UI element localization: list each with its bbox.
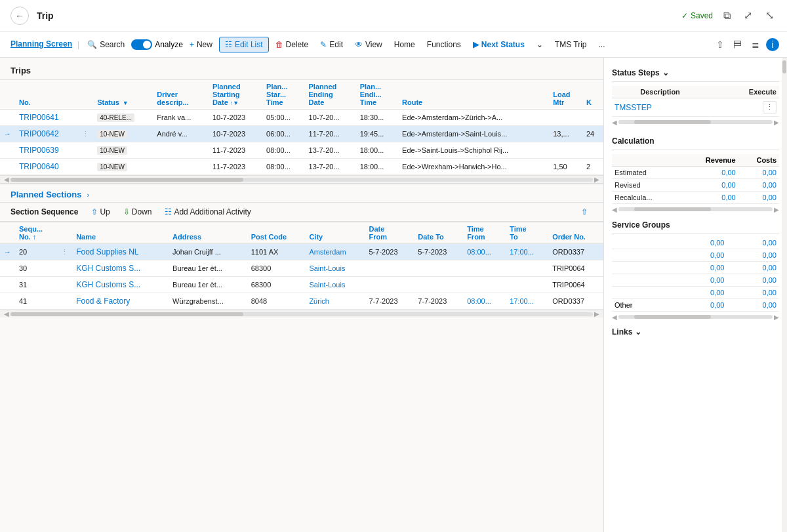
ps-dots-cell[interactable]: ⋮ bbox=[57, 244, 72, 260]
ps-name-link[interactable]: Food & Factory bbox=[76, 297, 130, 306]
back-button[interactable]: ← bbox=[10, 7, 29, 25]
trip-no-link[interactable]: TRIP00639 bbox=[19, 146, 59, 155]
columns-button[interactable]: ≣ bbox=[749, 37, 762, 52]
dots-cell[interactable]: ⋮ bbox=[78, 126, 93, 142]
calc-scroll-left[interactable]: ◀ bbox=[612, 206, 617, 213]
ss-scroll-right[interactable]: ▶ bbox=[774, 119, 779, 126]
bookmark-button[interactable]: ⧉ bbox=[721, 7, 733, 24]
ps-col-name[interactable]: Name bbox=[72, 222, 169, 244]
ps-name-cell[interactable]: KGH Customs S... bbox=[72, 277, 169, 293]
calc-scroll-track[interactable] bbox=[618, 207, 773, 211]
minimize-button[interactable]: ⤡ bbox=[763, 7, 777, 24]
home-button[interactable]: Home bbox=[389, 37, 420, 52]
edit-list-button[interactable]: ☷ Edit List bbox=[219, 37, 269, 52]
trips-scroll-track[interactable] bbox=[10, 178, 593, 182]
tms-trip-button[interactable]: TMS Trip bbox=[550, 37, 592, 52]
col-load[interactable]: LoadMtr bbox=[549, 80, 582, 110]
more-button[interactable]: ... bbox=[594, 37, 611, 52]
trip-no-cell[interactable]: TRIP00641 bbox=[15, 110, 78, 126]
view-button[interactable]: 👁 View bbox=[350, 37, 388, 52]
info-button[interactable]: i bbox=[766, 38, 779, 51]
trip-no-cell[interactable]: TRIP00642 bbox=[15, 126, 78, 142]
status-step-row[interactable]: TMSSTEP ⋮ bbox=[612, 98, 779, 117]
dots-cell[interactable] bbox=[78, 142, 93, 159]
trips-table-row[interactable]: TRIP00639 10-NEW 11-7-2023 08:00... 13-7… bbox=[0, 142, 603, 159]
ps-scroll-track[interactable] bbox=[10, 312, 593, 316]
planned-section-row[interactable]: 41 Food & Factory Würzgrabenst... 8048 Z… bbox=[0, 293, 603, 310]
col-driver[interactable]: Driverdescrip... bbox=[153, 80, 209, 110]
col-status[interactable]: Status ▼ bbox=[93, 80, 153, 110]
ps-col-city[interactable]: City bbox=[305, 222, 365, 244]
planned-sections-scroll-bar[interactable]: ◀ ▶ bbox=[0, 310, 603, 317]
analyze-toggle[interactable]: Analyze bbox=[131, 39, 183, 50]
ps-name-cell[interactable]: KGH Customs S... bbox=[72, 260, 169, 277]
ps-name-link[interactable]: KGH Customs S... bbox=[76, 264, 140, 273]
status-steps-scroll[interactable]: ◀ ▶ bbox=[612, 118, 779, 126]
ps-name-link[interactable]: Food Supplies NL bbox=[76, 247, 138, 256]
trips-scroll-bar[interactable]: ◀ ▶ bbox=[0, 175, 603, 183]
down-button[interactable]: ⇩ Down bbox=[118, 205, 157, 218]
ps-col-address[interactable]: Address bbox=[169, 222, 247, 244]
ss-desc-cell[interactable]: TMSSTEP bbox=[612, 98, 708, 117]
trip-no-link[interactable]: TRIP00642 bbox=[19, 129, 59, 138]
ps-col-dateto[interactable]: Date To bbox=[414, 222, 463, 244]
functions-button[interactable]: Functions bbox=[422, 37, 466, 52]
new-button[interactable]: + New bbox=[184, 37, 218, 52]
ps-name-cell[interactable]: Food Supplies NL bbox=[72, 244, 169, 260]
share-button[interactable]: ⇧ bbox=[714, 37, 727, 52]
ps-dots-cell[interactable] bbox=[57, 293, 72, 310]
ps-col-datefrom[interactable]: DateFrom bbox=[365, 222, 414, 244]
calc-scroll-right[interactable]: ▶ bbox=[774, 206, 779, 213]
ps-dots-cell[interactable] bbox=[57, 260, 72, 277]
ss-scroll-left[interactable]: ◀ bbox=[612, 119, 617, 126]
col-no[interactable]: No. bbox=[15, 80, 78, 110]
col-k[interactable]: K bbox=[582, 80, 603, 110]
links-chevron[interactable]: ⌄ bbox=[635, 327, 641, 337]
planned-sections-title[interactable]: Planned Sections bbox=[10, 190, 81, 199]
filter-button[interactable]: ⛿ bbox=[731, 37, 745, 52]
ss-scroll-track[interactable] bbox=[618, 120, 773, 124]
ss-execute-button[interactable]: ⋮ bbox=[763, 101, 777, 113]
ps-col-postcode[interactable]: Post Code bbox=[247, 222, 306, 244]
col-end-date[interactable]: PlannedEndingDate bbox=[305, 80, 356, 110]
export-button[interactable]: ⇧ bbox=[576, 205, 593, 218]
scroll-right-arrow[interactable]: ▶ bbox=[593, 176, 601, 183]
delete-button[interactable]: 🗑 Delete bbox=[270, 37, 314, 52]
next-status-dropdown[interactable]: ⌄ bbox=[531, 37, 548, 52]
up-button[interactable]: ⇧ Up bbox=[86, 205, 115, 218]
dots-cell[interactable] bbox=[78, 110, 93, 126]
status-steps-chevron[interactable]: ⌄ bbox=[662, 68, 669, 77]
calc-scroll[interactable]: ◀ ▶ bbox=[612, 205, 779, 213]
service-scroll-right[interactable]: ▶ bbox=[774, 314, 779, 321]
planning-screen-link[interactable]: Planning Screen bbox=[8, 39, 75, 50]
trips-table-row[interactable]: TRIP00641 40-RELE... Frank va... 10-7-20… bbox=[0, 110, 603, 126]
ss-execute-cell[interactable]: ⋮ bbox=[708, 98, 779, 117]
col-start-time[interactable]: Plan...Star...Time bbox=[262, 80, 304, 110]
ps-col-timeto[interactable]: TimeTo bbox=[506, 222, 548, 244]
scroll-left-arrow[interactable]: ◀ bbox=[3, 176, 10, 183]
trip-no-cell[interactable]: TRIP00640 bbox=[15, 159, 78, 175]
service-scroll[interactable]: ◀ ▶ bbox=[612, 313, 779, 321]
ps-col-seq[interactable]: Sequ...No. ↑ bbox=[15, 222, 57, 244]
trips-table-row[interactable]: → TRIP00642 ⋮ 10-NEW André v... 10-7-202… bbox=[0, 126, 603, 142]
ps-col-orderno[interactable]: Order No. bbox=[548, 222, 603, 244]
dots-cell[interactable] bbox=[78, 159, 93, 175]
planned-section-row[interactable]: 30 KGH Customs S... Bureau 1er èt... 683… bbox=[0, 260, 603, 277]
edit-button[interactable]: ✎ Edit bbox=[315, 37, 348, 52]
service-scroll-left[interactable]: ◀ bbox=[612, 314, 617, 321]
ss-desc-link[interactable]: TMSSTEP bbox=[615, 103, 652, 112]
ps-scroll-left[interactable]: ◀ bbox=[3, 310, 10, 317]
ps-scroll-right[interactable]: ▶ bbox=[593, 310, 601, 317]
trip-no-cell[interactable]: TRIP00639 bbox=[15, 142, 78, 159]
ps-col-timefrom[interactable]: TimeFrom bbox=[463, 222, 506, 244]
planned-sections-chevron[interactable]: › bbox=[87, 191, 89, 199]
planned-section-row[interactable]: → 20 ⋮ Food Supplies NL Johan Cruijff ..… bbox=[0, 244, 603, 260]
trips-table-row[interactable]: TRIP00640 10-NEW 11-7-2023 08:00... 13-7… bbox=[0, 159, 603, 175]
ps-dots-cell[interactable] bbox=[57, 277, 72, 293]
planned-section-row[interactable]: 31 KGH Customs S... Bureau 1er èt... 683… bbox=[0, 277, 603, 293]
trip-no-link[interactable]: TRIP00640 bbox=[19, 162, 59, 171]
analyze-toggle-control[interactable] bbox=[131, 39, 152, 50]
search-button[interactable]: 🔍 Search bbox=[82, 37, 130, 52]
ps-name-link[interactable]: KGH Customs S... bbox=[76, 280, 140, 289]
col-start-date[interactable]: PlannedStartingDate ↑▼ bbox=[209, 80, 262, 110]
